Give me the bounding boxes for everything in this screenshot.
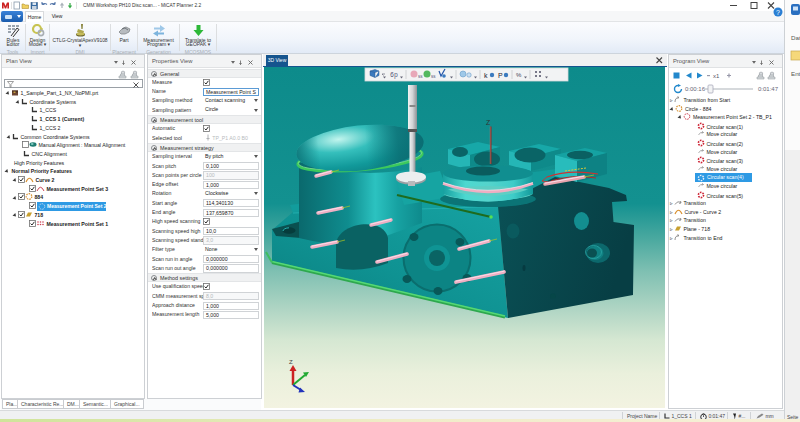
- svg-text:Z: Z: [486, 119, 491, 126]
- svg-text:k: k: [484, 72, 488, 79]
- svg-text:?: ?: [776, 9, 780, 16]
- svg-text:0:00:16: 0:00:16: [685, 86, 706, 92]
- svg-text:Date: Date: [791, 34, 800, 41]
- svg-text:%: %: [516, 72, 522, 78]
- svg-text:x1: x1: [713, 73, 720, 79]
- svg-text:6p: 6p: [390, 72, 398, 79]
- svg-text:ss: ss: [431, 74, 436, 79]
- svg-text:P: P: [498, 72, 503, 79]
- svg-text:ss: ss: [418, 74, 423, 79]
- svg-text:Z: Z: [289, 359, 293, 365]
- svg-text:Entf: Entf: [791, 70, 800, 77]
- svg-text:0:01:47: 0:01:47: [758, 86, 779, 92]
